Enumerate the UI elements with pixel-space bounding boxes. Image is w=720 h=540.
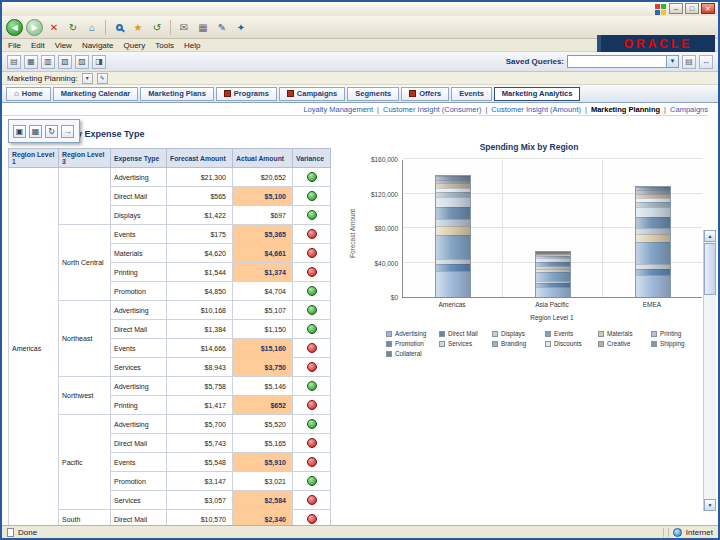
scroll-down-icon[interactable]: ▼ (704, 499, 716, 511)
tab-programs[interactable]: Programs (216, 87, 277, 101)
site-map-icon[interactable]: ▤ (7, 55, 21, 69)
region-level-3-cell (59, 168, 111, 225)
scrollbar-thumb[interactable] (704, 243, 716, 295)
forecast-amount-cell: $565 (167, 187, 233, 206)
variance-green-icon (307, 286, 317, 296)
pivot-icon[interactable]: ▧ (58, 55, 72, 69)
bar-segment-events (436, 235, 470, 259)
vertical-scrollbar[interactable]: ▲ ▼ (703, 230, 716, 511)
variance-cell (293, 168, 331, 187)
saved-queries-select[interactable]: ▼ (567, 55, 679, 68)
variance-red-icon (307, 400, 317, 410)
chart-view-icon[interactable]: ▥ (41, 55, 55, 69)
menu-item-navigate[interactable]: Navigate (82, 41, 114, 50)
menu-item-edit[interactable]: Edit (31, 41, 45, 50)
chevron-down-icon[interactable]: ▼ (666, 56, 678, 67)
actual-amount-cell: $3,750 (233, 358, 293, 377)
tab-label: Segments (355, 89, 391, 98)
legend-item-advertising: Advertising (386, 330, 439, 337)
table-row: AmericasAdvertising$21,300$20,652 (9, 168, 331, 187)
tab-label: Programs (234, 89, 269, 98)
back-icon[interactable]: ◀ (6, 19, 23, 36)
stacked-bar-asia-pacific (535, 251, 571, 297)
region-level-1-cell: Americas (9, 168, 59, 529)
save-icon[interactable]: ▣ (13, 125, 26, 138)
legend-item-printing: Printing (651, 330, 704, 337)
legend-swatch (545, 331, 551, 337)
category-label-americas: Americas (402, 301, 502, 308)
tab-marketing-plans[interactable]: Marketing Plans (140, 87, 214, 101)
variance-red-icon (307, 362, 317, 372)
forward-icon[interactable]: ▶ (26, 19, 43, 36)
forecast-amount-cell: $1,422 (167, 206, 233, 225)
page-icon (7, 528, 14, 537)
expense-type-cell: Direct Mail (111, 187, 167, 206)
reports-icon[interactable]: ▦ (24, 55, 38, 69)
forecast-amount-cell: $5,743 (167, 434, 233, 453)
subnav-link-loyalty-management[interactable]: Loyalty Management (303, 105, 373, 114)
oracle-logo-text: ORACLE (624, 37, 693, 51)
expense-type-cell: Printing (111, 263, 167, 282)
chart-title: Spending Mix by Region (348, 142, 710, 152)
tab-segments[interactable]: Segments (347, 87, 399, 101)
menu-item-help[interactable]: Help (184, 41, 200, 50)
y-tick-label: $80,000 (352, 225, 398, 232)
menu-item-file[interactable]: File (8, 41, 21, 50)
home-icon[interactable]: ⌂ (84, 19, 100, 35)
tab-label: Campaigns (297, 89, 337, 98)
query-icon[interactable]: ▤ (682, 55, 696, 69)
print-icon[interactable]: ▦ (29, 125, 42, 138)
subnav-link-campaigns[interactable]: Campaigns (670, 105, 708, 114)
refresh-icon[interactable]: ↻ (65, 19, 81, 35)
history-icon[interactable]: ↺ (149, 19, 165, 35)
maximize-button[interactable]: □ (685, 3, 699, 14)
status-text: Done (18, 528, 37, 537)
actual-amount-cell: $697 (233, 206, 293, 225)
menu-item-tools[interactable]: Tools (155, 41, 174, 50)
filter-icon[interactable]: ▨ (75, 55, 89, 69)
navigate-icon[interactable]: ↔ (699, 55, 713, 69)
y-tick-label: $0 (352, 294, 398, 301)
variance-cell (293, 320, 331, 339)
favorites-icon[interactable]: ★ (130, 19, 146, 35)
edit-icon[interactable]: ✎ (214, 19, 230, 35)
menu-item-query[interactable]: Query (123, 41, 145, 50)
edit-view-icon[interactable]: ✎ (97, 73, 108, 84)
layout-icon[interactable]: ◨ (92, 55, 106, 69)
search-icon[interactable] (111, 19, 127, 35)
print-icon[interactable]: ▦ (195, 19, 211, 35)
view-selector-icon[interactable]: ▾ (82, 73, 93, 84)
tab-red-icon (224, 90, 231, 97)
legend-swatch (492, 341, 498, 347)
tab-campaigns[interactable]: Campaigns (279, 87, 345, 101)
tab-home[interactable]: ⌂Home (6, 87, 51, 101)
tab-label: Offers (419, 89, 441, 98)
refresh-icon[interactable]: ↻ (45, 125, 58, 138)
mail-icon[interactable]: ✉ (176, 19, 192, 35)
legend-label: Promotion (395, 340, 424, 347)
expense-type-cell: Services (111, 358, 167, 377)
export-icon[interactable]: → (61, 125, 74, 138)
close-button[interactable]: ✕ (701, 3, 715, 14)
variance-cell (293, 472, 331, 491)
menu-item-view[interactable]: View (55, 41, 72, 50)
column-header-variance: Variance (293, 149, 331, 168)
messenger-icon[interactable]: ✦ (233, 19, 249, 35)
subnav-link-customer-insight-amount[interactable]: Customer Insight (Amount) (491, 105, 581, 114)
stop-icon[interactable]: ✕ (46, 19, 62, 35)
tab-events[interactable]: Events (451, 87, 492, 101)
scroll-up-icon[interactable]: ▲ (704, 230, 716, 242)
app-toolbar-right-icons: ▤↔ (682, 55, 713, 69)
subnav-link-marketing-planning[interactable]: Marketing Planning (591, 105, 660, 114)
oracle-logo: ORACLE (597, 35, 715, 52)
tab-offers[interactable]: Offers (401, 87, 449, 101)
forecast-amount-cell: $1,417 (167, 396, 233, 415)
windows-logo-icon (655, 4, 666, 15)
legend-swatch (598, 331, 604, 337)
tab-marketing-calendar[interactable]: Marketing Calendar (53, 87, 139, 101)
minimize-button[interactable]: – (669, 3, 683, 14)
subnav-link-customer-insight-consumer[interactable]: Customer Insight (Consumer) (383, 105, 481, 114)
tab-marketing-analytics[interactable]: Marketing Analytics (494, 87, 581, 101)
forecast-amount-cell: $5,548 (167, 453, 233, 472)
actual-amount-cell: $5,910 (233, 453, 293, 472)
